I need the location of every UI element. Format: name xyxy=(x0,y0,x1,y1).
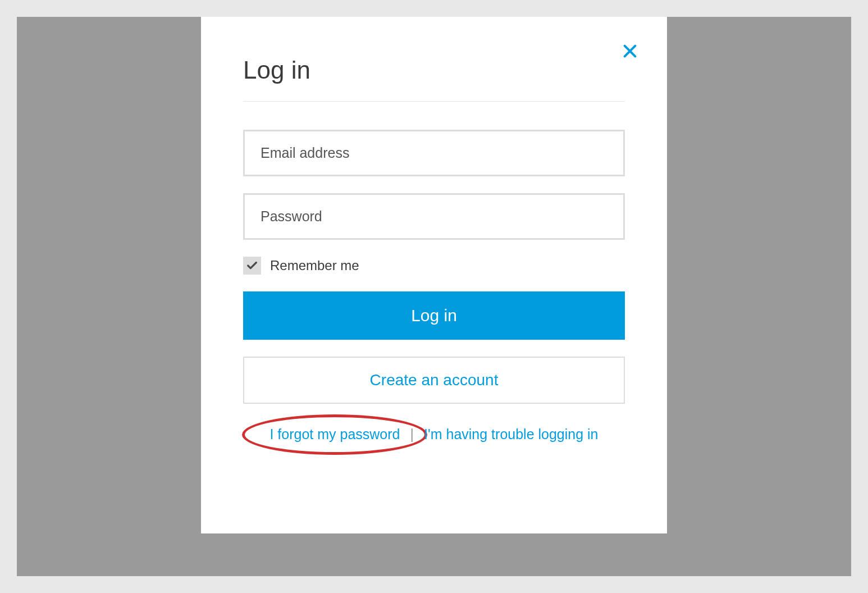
divider xyxy=(243,101,625,102)
forgot-password-wrapper: I forgot my password xyxy=(269,426,400,443)
check-icon xyxy=(246,259,258,272)
remember-me-wrapper: Remember me xyxy=(243,257,625,275)
modal-title: Log in xyxy=(243,56,625,84)
remember-me-checkbox[interactable] xyxy=(243,257,261,275)
login-modal: Log in Remember me Log in Create an acco… xyxy=(201,17,667,533)
help-links-row: I forgot my password | I'm having troubl… xyxy=(243,426,625,443)
login-button[interactable]: Log in xyxy=(243,291,625,340)
close-icon xyxy=(622,43,638,59)
remember-me-label[interactable]: Remember me xyxy=(270,258,359,273)
forgot-password-link[interactable]: I forgot my password xyxy=(269,426,400,442)
create-account-button[interactable]: Create an account xyxy=(243,357,625,404)
close-button[interactable] xyxy=(621,42,639,60)
page-background: Log in Remember me Log in Create an acco… xyxy=(17,17,851,576)
password-input[interactable] xyxy=(243,193,625,240)
link-separator: | xyxy=(410,426,414,443)
email-input[interactable] xyxy=(243,130,625,176)
trouble-logging-in-link[interactable]: I'm having trouble logging in xyxy=(424,426,599,443)
